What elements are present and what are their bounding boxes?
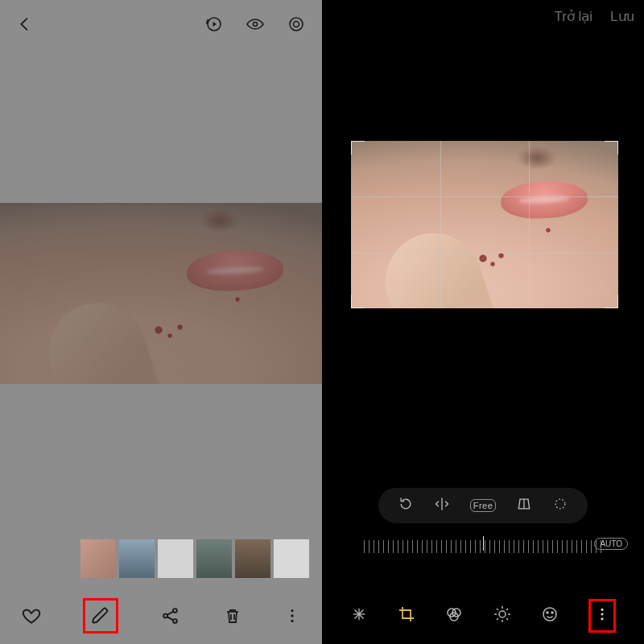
flip-horizontal-icon[interactable]	[433, 496, 451, 515]
rotation-ruler[interactable]: AUTO	[364, 536, 602, 557]
sticker-icon[interactable]	[540, 605, 559, 627]
svg-point-5	[163, 614, 167, 618]
svg-point-25	[499, 611, 506, 617]
svg-point-13	[291, 614, 294, 617]
svg-point-37	[601, 609, 603, 611]
favorite-button[interactable]	[21, 605, 42, 626]
viewer-bottombar	[0, 588, 322, 644]
editor-more-highlight	[588, 599, 616, 633]
crop-tool-icon[interactable]	[397, 605, 416, 627]
trash-button[interactable]	[223, 605, 242, 626]
crop-handle-tl[interactable]	[351, 141, 365, 155]
bixby-lens-icon[interactable]	[287, 14, 306, 34]
filters-icon[interactable]	[444, 605, 464, 627]
svg-point-36	[551, 612, 553, 613]
main-photo[interactable]	[0, 203, 322, 384]
editor-back-link[interactable]: Trở lại	[554, 8, 592, 25]
svg-point-38	[601, 613, 603, 616]
svg-point-17	[555, 499, 565, 509]
ratio-free-button[interactable]: Free	[470, 499, 497, 512]
magic-wand-icon[interactable]	[350, 605, 368, 626]
thumbnail[interactable]	[119, 539, 155, 578]
viewer-panel	[0, 0, 322, 644]
thumbnail[interactable]	[158, 539, 193, 578]
svg-line-33	[497, 618, 498, 620]
svg-point-4	[294, 22, 299, 27]
svg-marker-1	[213, 22, 217, 27]
svg-line-9	[167, 617, 174, 620]
thumbnail[interactable]	[274, 539, 309, 578]
edit-button-highlight	[83, 598, 118, 634]
editor-header: Trở lại Lưu	[554, 8, 634, 25]
crop-canvas[interactable]	[351, 141, 618, 308]
thumbnail-strip[interactable]	[80, 539, 316, 578]
crop-tools-pill: Free	[378, 488, 588, 523]
editor-bottombar	[322, 588, 644, 644]
motion-photo-icon[interactable]	[204, 14, 224, 34]
svg-line-30	[497, 609, 498, 610]
crop-handle-bl[interactable]	[351, 295, 365, 308]
svg-point-6	[173, 609, 177, 613]
auto-straighten-badge[interactable]: AUTO	[594, 538, 628, 550]
share-button[interactable]	[160, 605, 181, 626]
back-button[interactable]	[16, 15, 34, 33]
thumbnail[interactable]	[196, 539, 232, 578]
svg-point-34	[543, 608, 556, 621]
svg-point-35	[547, 612, 548, 613]
thumbnail[interactable]	[80, 539, 116, 578]
svg-point-14	[291, 620, 294, 622]
thumbnail[interactable]	[235, 539, 270, 578]
svg-point-3	[290, 18, 303, 31]
editor-more-button[interactable]	[594, 605, 610, 627]
viewer-topbar	[0, 0, 322, 48]
svg-point-12	[291, 609, 294, 612]
editor-save-link[interactable]: Lưu	[610, 8, 634, 25]
svg-line-32	[506, 609, 508, 610]
svg-line-31	[506, 618, 508, 620]
more-button[interactable]	[283, 605, 301, 626]
eye-visibility-icon[interactable]	[245, 14, 266, 34]
perspective-icon[interactable]	[515, 496, 533, 515]
lasso-icon[interactable]	[552, 496, 568, 515]
svg-point-7	[173, 619, 177, 623]
svg-point-2	[254, 23, 258, 27]
brightness-icon[interactable]	[493, 605, 512, 627]
rotate-ccw-icon[interactable]	[398, 496, 414, 515]
editor-panel: Trở lại Lưu Free	[322, 0, 644, 644]
svg-line-8	[167, 612, 174, 615]
crop-handle-br[interactable]	[605, 295, 618, 308]
crop-handle-tr[interactable]	[605, 141, 618, 155]
svg-point-39	[601, 617, 603, 620]
edit-button[interactable]	[90, 605, 111, 626]
